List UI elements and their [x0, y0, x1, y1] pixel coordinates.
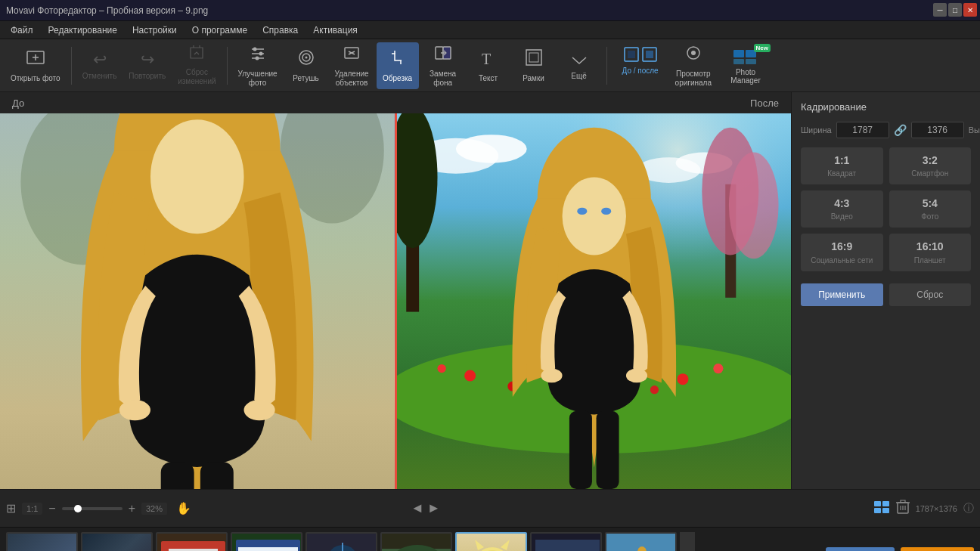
window-title: Movavi Фоторедактор – Пробная версия – 9…: [6, 5, 974, 16]
open-photo-button[interactable]: Открыть фото: [6, 42, 65, 89]
filmstrip-item-5[interactable]: [305, 532, 377, 552]
svg-point-63: [601, 208, 611, 215]
crop-actions: Применить Сброс: [801, 283, 971, 306]
svg-rect-83: [238, 547, 298, 552]
filmstrip-item-3[interactable]: Фоторедактор: [156, 532, 228, 552]
svg-rect-29: [733, 50, 744, 57]
more-label: Ещё: [571, 72, 586, 81]
filmstrip-item-1[interactable]: [6, 532, 78, 552]
gallery-view-icon[interactable]: [873, 500, 890, 516]
filmstrip-item-6[interactable]: [380, 532, 452, 552]
enhance-button[interactable]: Улучшениефото: [234, 42, 282, 89]
zoom-in-button[interactable]: +: [129, 502, 135, 515]
preset-16-9[interactable]: 16:9 Социальные сети: [801, 234, 883, 271]
svg-rect-69: [882, 501, 889, 506]
reset-button[interactable]: Сбросизменений: [173, 42, 220, 89]
image-dimensions: 1787×1376: [916, 504, 957, 513]
redo-button[interactable]: ↪ Повторить: [124, 42, 170, 89]
preset-3-2[interactable]: 3:2 Смартфон: [889, 147, 972, 184]
minimize-button[interactable]: ─: [933, 3, 947, 17]
filmstrip-item-7[interactable]: [455, 532, 527, 552]
menu-settings[interactable]: Настройки: [125, 23, 185, 37]
maximize-button[interactable]: □: [948, 3, 962, 17]
preset-16-10[interactable]: 16:10 Планшет: [889, 234, 972, 271]
frames-button[interactable]: Рамки: [513, 42, 555, 89]
height-label: Высота: [969, 125, 980, 135]
thumb-8: [532, 534, 600, 552]
svg-rect-32: [746, 59, 756, 64]
filmstrip-next[interactable]: ›: [680, 532, 695, 552]
height-input[interactable]: [911, 122, 964, 138]
menu-edit[interactable]: Редактирование: [41, 23, 125, 37]
canvas-area: До После: [0, 92, 791, 489]
svg-point-58: [713, 364, 723, 373]
svg-rect-68: [874, 501, 881, 506]
before-after-button[interactable]: До / после: [613, 42, 668, 89]
filmstrip-item-9[interactable]: [605, 532, 677, 552]
menu-activate[interactable]: Активация: [305, 23, 365, 37]
svg-point-40: [119, 400, 150, 420]
photo-manager-label: PhotoManager: [730, 68, 760, 85]
preview-original-button[interactable]: Просмотроригинала: [671, 42, 716, 89]
preset-5-4[interactable]: 5:4 Фото: [889, 190, 972, 228]
buy-button[interactable]: Купить ключ: [901, 547, 974, 552]
svg-point-61: [562, 177, 625, 255]
fit-button[interactable]: ⊞: [6, 501, 16, 515]
filmstrip: Фоторедактор Movavi: [0, 527, 980, 551]
before-image: [0, 113, 395, 489]
svg-point-41: [244, 400, 275, 420]
frames-label: Рамки: [523, 74, 544, 83]
crop-dimensions: Ширина 🔗 Высота: [801, 122, 971, 138]
menu-help[interactable]: Справка: [255, 23, 305, 37]
width-input[interactable]: [836, 122, 889, 138]
zoom-percent: 32%: [141, 503, 167, 515]
enhance-label: Улучшениефото: [238, 70, 278, 88]
retouch-button[interactable]: Ретушь: [285, 42, 327, 89]
close-button[interactable]: ✕: [963, 3, 977, 17]
info-icon[interactable]: ⓘ: [963, 502, 974, 515]
nav-buttons: ◄ ►: [411, 500, 441, 516]
menu-about[interactable]: О программе: [185, 23, 255, 37]
separator-1: [71, 47, 72, 85]
before-after-label: До / после: [622, 67, 659, 75]
save-button[interactable]: Сохранить: [826, 547, 895, 552]
remove-objects-button[interactable]: Удалениеобъектов: [330, 42, 374, 89]
replace-bg-button[interactable]: Заменафона: [422, 42, 464, 89]
svg-rect-65: [596, 411, 619, 489]
delete-icon[interactable]: [896, 500, 910, 517]
svg-rect-38: [161, 462, 194, 489]
apply-button[interactable]: Применить: [801, 283, 883, 306]
preview-label: Просмотроригинала: [675, 70, 712, 88]
next-image-button[interactable]: ►: [427, 500, 441, 516]
bottom-toolbar: ⊞ 1:1 − + 32% ✋ ◄ ►: [0, 489, 980, 527]
more-button[interactable]: Ещё: [558, 42, 600, 89]
retouch-label: Ретушь: [293, 74, 318, 83]
filmstrip-item-2[interactable]: [81, 532, 153, 552]
pan-button[interactable]: ✋: [176, 501, 191, 515]
undo-button[interactable]: ↩ Отменить: [78, 42, 122, 89]
svg-rect-71: [882, 508, 889, 513]
zoom-out-button[interactable]: −: [48, 502, 55, 515]
redo-label: Повторить: [129, 72, 166, 81]
photo-manager-button[interactable]: New PhotoManager: [719, 42, 772, 89]
preview-icon: [684, 43, 703, 67]
zoom-1-1[interactable]: 1:1: [22, 503, 42, 515]
filmstrip-item-8[interactable]: [530, 532, 602, 552]
text-button[interactable]: T Текст: [467, 42, 510, 89]
remove-objects-icon: [342, 43, 361, 67]
image-container: [0, 113, 791, 489]
crop-button[interactable]: Обрезка: [377, 42, 419, 89]
reset-crop-button[interactable]: Сброс: [889, 283, 972, 306]
preset-4-3[interactable]: 4:3 Видео: [801, 190, 883, 228]
prev-image-button[interactable]: ◄: [411, 500, 424, 516]
preset-1-1[interactable]: 1:1 Квадрат: [801, 147, 883, 184]
filmstrip-item-4[interactable]: Movavi: [231, 532, 302, 552]
open-photo-label: Открыть фото: [11, 74, 60, 83]
zoom-slider[interactable]: [62, 507, 122, 510]
menu-file[interactable]: Файл: [3, 23, 41, 37]
before-after-labels: До После: [0, 92, 791, 113]
svg-point-57: [677, 373, 688, 385]
svg-point-52: [728, 153, 778, 259]
zoom-handle: [74, 505, 82, 512]
thumb-1: [8, 534, 76, 552]
